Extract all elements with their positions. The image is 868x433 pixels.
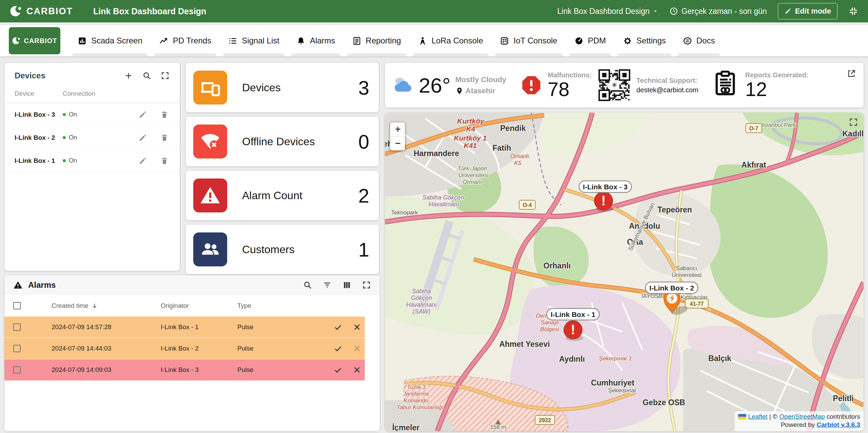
nav-item-iot-console[interactable]: IoT Console bbox=[492, 25, 566, 56]
stat-card-icon bbox=[193, 178, 227, 212]
edit-device-icon[interactable] bbox=[138, 110, 147, 119]
alarm-type: Pulse bbox=[237, 366, 254, 374]
alarms-panel-title: Alarms bbox=[28, 280, 56, 290]
alarm-row[interactable]: 2024-07-09 14:09:03 I-Link Box - 3 Pulse bbox=[4, 359, 365, 381]
stat-card-label: Alarm Count bbox=[242, 189, 302, 202]
nav-item-icon bbox=[159, 36, 169, 45]
acknowledge-icon[interactable] bbox=[334, 365, 342, 374]
svg-text:I-Link Box - 3: I-Link Box - 3 bbox=[583, 183, 628, 191]
edit-mode-button[interactable]: Edit mode bbox=[778, 3, 837, 19]
delete-device-icon[interactable] bbox=[160, 110, 169, 119]
stat-card[interactable]: Devices 3 bbox=[186, 63, 379, 112]
app-brand[interactable]: CARBIOT bbox=[9, 5, 73, 18]
device-row[interactable]: I-Link Box - 3 On bbox=[4, 103, 180, 126]
map[interactable]: HarmandereFatihPendikehirKurtköyK4Kurtkö… bbox=[385, 113, 864, 431]
svg-text:Fatih: Fatih bbox=[493, 144, 511, 152]
delete-device-icon[interactable] bbox=[160, 156, 169, 165]
realtime-range[interactable]: Gerçek zaman - son gün bbox=[669, 7, 767, 16]
edit-device-icon[interactable] bbox=[138, 133, 147, 142]
svg-text:İstanbul Park: İstanbul Park bbox=[762, 122, 796, 128]
alarms-panel: Alarms Created time Originator Type 2024… bbox=[4, 275, 380, 431]
svg-text:Harmandere: Harmandere bbox=[414, 149, 459, 158]
originator-column[interactable]: Originator bbox=[161, 302, 237, 309]
nav-item-docs[interactable]: Docs bbox=[674, 25, 724, 56]
nav-brand-button[interactable]: CARBIOT bbox=[9, 27, 60, 54]
row-checkbox[interactable] bbox=[13, 323, 21, 331]
realtime-range-label: Gerçek zaman - son gün bbox=[682, 7, 767, 16]
row-checkbox[interactable] bbox=[13, 345, 21, 352]
search-icon[interactable] bbox=[303, 281, 312, 289]
type-column[interactable]: Type bbox=[237, 302, 251, 309]
nav-item-pd-trends[interactable]: PD Trends bbox=[151, 25, 220, 56]
open-external-icon[interactable] bbox=[847, 69, 856, 78]
search-icon[interactable] bbox=[142, 71, 151, 80]
stat-card[interactable]: Alarm Count 2 bbox=[186, 171, 379, 220]
nav-item-lora-console[interactable]: LoRa Console bbox=[410, 25, 492, 56]
alarm-created-time: 2024-07-09 14:57:28 bbox=[52, 323, 161, 331]
zoom-in-button[interactable]: + bbox=[390, 123, 405, 136]
main-navbar: CARBIOT Scada Screen PD Trends Signal Li… bbox=[0, 25, 868, 56]
nav-items: Scada Screen PD Trends Signal List Alarm… bbox=[69, 25, 723, 56]
map-canvas[interactable]: HarmandereFatihPendikehirKurtköyK4Kurtkö… bbox=[385, 113, 864, 431]
device-row[interactable]: I-Link Box - 1 On bbox=[4, 149, 180, 172]
filter-icon[interactable] bbox=[323, 281, 332, 289]
stat-card[interactable]: Offline Devices 0 bbox=[186, 117, 379, 166]
delete-device-icon[interactable] bbox=[160, 133, 169, 142]
nav-item-signal-list[interactable]: Signal List bbox=[220, 25, 288, 56]
acknowledge-icon[interactable] bbox=[334, 344, 342, 353]
map-expand-icon[interactable] bbox=[849, 117, 858, 127]
carbiot-logo-icon bbox=[12, 36, 21, 45]
acknowledge-icon[interactable] bbox=[334, 323, 342, 332]
sort-desc-icon[interactable] bbox=[91, 302, 98, 309]
device-name: I-Link Box - 1 bbox=[15, 157, 63, 165]
nav-item-scada-screen[interactable]: Scada Screen bbox=[69, 25, 151, 56]
edit-device-icon[interactable] bbox=[138, 156, 147, 165]
columns-icon[interactable] bbox=[342, 281, 351, 289]
row-checkbox[interactable] bbox=[13, 366, 21, 374]
nav-item-label: Settings bbox=[636, 36, 666, 45]
svg-text:Komando: Komando bbox=[404, 397, 429, 404]
svg-text:Sabancı: Sabancı bbox=[676, 265, 697, 271]
nav-item-alarms[interactable]: Alarms bbox=[288, 25, 344, 56]
created-time-column[interactable]: Created time bbox=[52, 302, 88, 309]
expand-icon[interactable] bbox=[362, 281, 371, 289]
svg-text:Teknopark: Teknopark bbox=[391, 209, 418, 216]
svg-text:K5: K5 bbox=[514, 160, 521, 166]
nav-item-reporting[interactable]: Reporting bbox=[344, 25, 410, 56]
osm-link[interactable]: OpenStreetMap bbox=[779, 413, 825, 420]
leaflet-link[interactable]: Leaflet bbox=[748, 413, 767, 420]
stat-card[interactable]: Customers 1 bbox=[186, 225, 379, 274]
svg-text:Jandarma: Jandarma bbox=[403, 391, 429, 397]
expand-icon[interactable] bbox=[161, 71, 170, 80]
alert-octagon-icon bbox=[520, 74, 542, 96]
report-clipboard-icon bbox=[711, 69, 739, 101]
svg-text:Üniversitesi: Üniversitesi bbox=[672, 272, 702, 278]
nav-item-label: Alarms bbox=[310, 36, 335, 45]
malfunctions-widget: Malfunctions: 78 bbox=[520, 71, 592, 99]
dashboard-selector[interactable]: Link Box Dashbord Design bbox=[557, 7, 658, 16]
attribution-separator: | © bbox=[768, 413, 780, 420]
select-all-checkbox[interactable] bbox=[13, 302, 21, 309]
nav-item-label: Docs bbox=[696, 36, 715, 45]
alarm-originator: I-Link Box - 1 bbox=[161, 323, 237, 331]
reports-widget: Reports Generated: 12 bbox=[711, 69, 809, 101]
clock-icon bbox=[669, 7, 678, 16]
nav-item-settings[interactable]: Settings bbox=[614, 25, 674, 56]
device-row[interactable]: I-Link Box - 2 On bbox=[4, 126, 180, 149]
dismiss-icon[interactable] bbox=[353, 323, 361, 332]
device-name: I-Link Box - 3 bbox=[15, 111, 63, 118]
carbiot-version-link[interactable]: Carbiot v.3.6.3 bbox=[817, 421, 860, 428]
svg-text:!: ! bbox=[601, 193, 606, 208]
zoom-out-button[interactable]: − bbox=[390, 136, 405, 150]
dismiss-icon[interactable] bbox=[353, 365, 361, 374]
nav-item-pdm[interactable]: PDM bbox=[566, 25, 614, 56]
powered-by-label: Powered by bbox=[781, 421, 817, 428]
qr-code: ✳ bbox=[598, 69, 631, 102]
alarm-row[interactable]: 2024-07-09 14:57:28 I-Link Box - 1 Pulse bbox=[4, 317, 365, 338]
dismiss-icon[interactable] bbox=[353, 344, 361, 353]
add-device-icon[interactable] bbox=[124, 71, 133, 80]
exit-fullscreen-icon[interactable] bbox=[848, 6, 859, 16]
ukraine-flag-icon bbox=[738, 414, 746, 419]
alarm-row[interactable]: 2024-07-09 14:44:03 I-Link Box - 2 Pulse bbox=[4, 338, 365, 359]
nav-item-icon bbox=[228, 36, 237, 45]
